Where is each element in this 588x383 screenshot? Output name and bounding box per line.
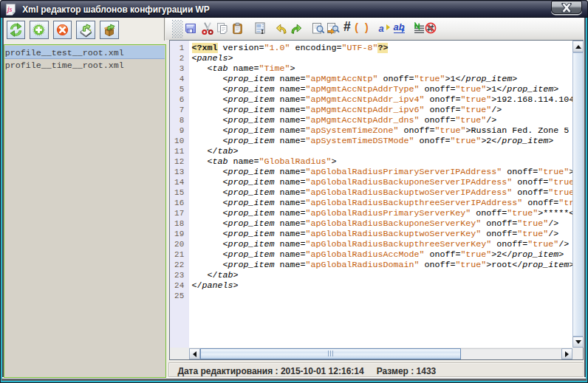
svg-text:js: js — [6, 5, 13, 13]
